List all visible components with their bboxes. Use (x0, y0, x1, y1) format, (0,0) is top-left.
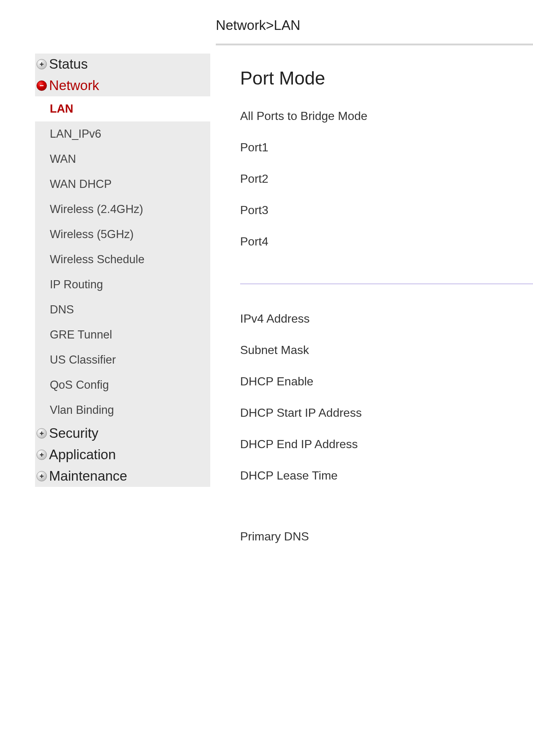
field-ipv4-address: IPv4 Address (240, 312, 533, 326)
main-content: Network>LAN Port Mode All Ports to Bridg… (210, 0, 533, 561)
sidebar-item-wireless-schedule[interactable]: Wireless Schedule (35, 247, 210, 272)
field-dhcp-end-ip: DHCP End IP Address (240, 437, 533, 451)
sidebar-item-gre-tunnel[interactable]: GRE Tunnel (35, 322, 210, 347)
sidebar-item-vlan-binding[interactable]: Vlan Binding (35, 398, 210, 423)
minus-icon (37, 80, 47, 91)
field-dhcp-start-ip: DHCP Start IP Address (240, 406, 533, 420)
plus-icon (37, 59, 47, 69)
sidebar-item-wireless-5[interactable]: Wireless (5GHz) (35, 222, 210, 247)
field-dhcp-lease-time: DHCP Lease Time (240, 469, 533, 482)
field-port2: Port2 (240, 172, 533, 186)
field-port3: Port3 (240, 203, 533, 217)
field-dhcp-enable: DHCP Enable (240, 375, 533, 388)
field-port1: Port1 (240, 141, 533, 154)
sidebar-section-label: Security (49, 426, 98, 441)
sidebar-section-label: Maintenance (49, 468, 127, 484)
divider (216, 44, 533, 45)
plus-icon (37, 450, 47, 460)
sidebar-item-wan-dhcp[interactable]: WAN DHCP (35, 172, 210, 197)
sidebar-section-application[interactable]: Application (35, 444, 210, 465)
field-port4: Port4 (240, 235, 533, 248)
sidebar: Status Network LAN LAN_IPv6 WAN WAN DHCP… (0, 0, 210, 561)
sidebar-subitems-network: LAN LAN_IPv6 WAN WAN DHCP Wireless (2.4G… (35, 96, 210, 423)
sidebar-item-us-classifier[interactable]: US Classifier (35, 347, 210, 372)
breadcrumb: Network>LAN (216, 18, 533, 44)
sidebar-section-security[interactable]: Security (35, 423, 210, 444)
sidebar-section-label: Status (49, 56, 88, 72)
sidebar-section-label: Application (49, 447, 116, 463)
sidebar-item-lan-ipv6[interactable]: LAN_IPv6 (35, 121, 210, 147)
sidebar-section-label: Network (49, 78, 99, 93)
sidebar-item-qos-config[interactable]: QoS Config (35, 372, 210, 398)
plus-icon (37, 428, 47, 439)
sidebar-section-network[interactable]: Network (35, 75, 210, 96)
sidebar-section-maintenance[interactable]: Maintenance (35, 465, 210, 487)
field-primary-dns: Primary DNS (240, 530, 533, 543)
field-all-ports-bridge: All Ports to Bridge Mode (240, 109, 533, 123)
sidebar-item-ip-routing[interactable]: IP Routing (35, 272, 210, 297)
divider (240, 284, 533, 284)
sidebar-section-status[interactable]: Status (35, 54, 210, 75)
section-title-port-mode: Port Mode (240, 68, 533, 89)
sidebar-item-wan[interactable]: WAN (35, 147, 210, 172)
sidebar-item-dns[interactable]: DNS (35, 297, 210, 322)
sidebar-item-wireless-24[interactable]: Wireless (2.4GHz) (35, 197, 210, 222)
plus-icon (37, 471, 47, 481)
sidebar-item-lan[interactable]: LAN (35, 96, 210, 121)
field-subnet-mask: Subnet Mask (240, 343, 533, 357)
